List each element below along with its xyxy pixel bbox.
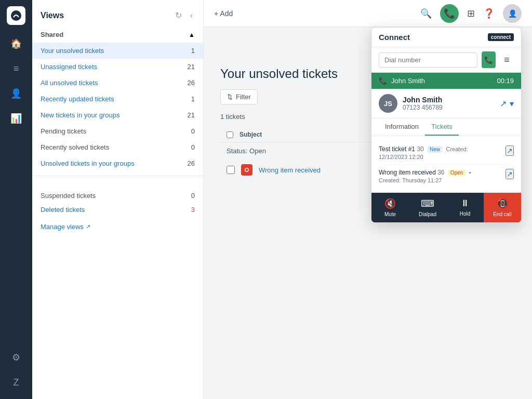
nav-item-count: 1	[191, 95, 195, 103]
mute-button[interactable]: 🔇 Mute	[371, 193, 409, 222]
select-all-checkbox[interactable]	[227, 131, 233, 138]
sidebar-header: Views ↻ ‹	[32, 0, 203, 26]
nav-tickets-icon[interactable]: ≡	[6, 58, 26, 79]
nav-item-your-unsolved[interactable]: Your unsolved tickets 1	[32, 43, 203, 59]
deleted-tickets-item[interactable]: Deleted tickets 3	[41, 203, 195, 217]
end-call-button[interactable]: 📵 End call	[484, 193, 521, 222]
sidebar-divider	[32, 176, 203, 176]
nav-item-label: New tickets in your groups	[41, 111, 119, 119]
avatar[interactable]: 👤	[503, 4, 522, 23]
nav-settings-icon[interactable]: ⚙	[6, 347, 26, 368]
call-popup: Connect connect 📞 ≡ 📞 John Smith 00:19 J…	[371, 27, 522, 223]
nav-item-count: 0	[191, 143, 195, 151]
active-call-bar: 📞 John Smith 00:19	[371, 73, 521, 89]
nav-reports-icon[interactable]: 📊	[6, 108, 26, 129]
popup-ticket-2[interactable]: Wrong item received 36 Open • Created: T…	[379, 165, 514, 188]
help-icon[interactable]: ❓	[483, 8, 495, 19]
topbar-left: + Add	[214, 9, 233, 18]
deleted-count: 3	[191, 206, 195, 214]
popup-header: Connect connect	[371, 28, 521, 47]
ticket-subject[interactable]: Wrong item received	[259, 166, 321, 174]
popup-ticket-info: Test ticket #1 30 New Created: 12/12/202…	[379, 145, 501, 160]
filter-button[interactable]: ⇅ Filter	[220, 89, 258, 104]
external-link-icon: ↗	[86, 223, 90, 230]
dial-row: 📞 ≡	[371, 47, 521, 73]
ticket-checkbox[interactable]	[227, 166, 235, 174]
manage-views-link[interactable]: Manage views ↗	[41, 223, 195, 231]
suspended-label: Suspended tickets	[41, 192, 96, 200]
refresh-button[interactable]: ↻	[173, 8, 184, 22]
search-icon[interactable]: 🔍	[420, 8, 432, 19]
nav-contacts-icon[interactable]: 👤	[6, 83, 26, 104]
end-call-icon: 📵	[497, 198, 508, 209]
left-nav: 🏠 ≡ 👤 📊 ⚙ Z	[0, 0, 32, 399]
popup-ticket-1[interactable]: Test ticket #1 30 New Created: 12/12/202…	[379, 141, 514, 165]
popup-ticket-meta: Created: Thursday 11:27	[379, 177, 501, 183]
nav-item-unassigned[interactable]: Unassigned tickets 21	[32, 59, 203, 75]
popup-ticket-link-2[interactable]: ↗	[506, 169, 514, 179]
active-call-phone-icon: 📞	[379, 77, 387, 85]
open-caller-link-button[interactable]: ↗	[500, 99, 507, 109]
filter-icon: ⇅	[227, 93, 233, 101]
ticket-status-open-badge: Open	[448, 169, 466, 176]
phone-icon[interactable]: 📞	[440, 4, 459, 23]
hold-icon: ⏸	[460, 198, 470, 209]
nav-home-icon[interactable]: 🏠	[6, 33, 26, 54]
nav-item-label: Your unsolved tickets	[41, 47, 104, 55]
nav-item-unsolved-in-groups[interactable]: Unsolved tickets in your groups 26	[32, 155, 203, 171]
caller-dropdown-button[interactable]: ▾	[510, 99, 514, 109]
nav-item-new-in-groups[interactable]: New tickets in your groups 21	[32, 107, 203, 123]
tab-information[interactable]: Information	[379, 118, 425, 136]
ticket-status-open-icon: O	[241, 164, 252, 176]
nav-item-pending[interactable]: Pending tickets 0	[32, 123, 203, 139]
nav-zendesk-icon[interactable]: Z	[6, 372, 26, 393]
collapse-sidebar-button[interactable]: ‹	[188, 8, 195, 22]
active-call-name: 📞 John Smith	[379, 77, 425, 85]
nav-item-count: 21	[188, 63, 195, 71]
subject-column-header: Subject	[240, 131, 262, 138]
call-controls: 🔇 Mute ⌨ Dialpad ⏸ Hold 📵 End call	[371, 193, 521, 222]
deleted-label[interactable]: Deleted tickets	[41, 206, 85, 214]
caller-left: JS John Smith 07123 456789	[379, 94, 443, 113]
topbar: + Add 🔍 📞 ⊞ ❓ 👤	[204, 0, 532, 27]
dialpad-icon: ⌨	[421, 198, 434, 209]
caller-phone: 07123 456789	[403, 104, 443, 111]
dialpad-button[interactable]: ⌨ Dialpad	[409, 193, 446, 222]
nav-item-recently-solved[interactable]: Recently solved tickets 0	[32, 139, 203, 155]
mute-icon: 🔇	[384, 198, 396, 209]
suspended-tickets-item[interactable]: Suspended tickets 0	[41, 189, 195, 203]
add-button[interactable]: + Add	[214, 9, 233, 18]
popup-ticket-link-1[interactable]: ↗	[506, 145, 514, 156]
dial-call-button[interactable]: 📞	[482, 51, 496, 68]
nav-item-all-unsolved[interactable]: All unsolved tickets 26	[32, 75, 203, 91]
app-logo[interactable]	[7, 6, 25, 25]
popup-ticket-meta: 12/12/2023 12:20	[379, 154, 501, 160]
nav-item-label: Pending tickets	[41, 127, 86, 135]
caller-avatar: JS	[379, 94, 397, 113]
tab-tickets[interactable]: Tickets	[425, 118, 459, 136]
shared-section-header: Shared ▲	[32, 26, 203, 43]
nav-item-label: Recently updated tickets	[41, 95, 114, 103]
ticket-status-new-badge: New	[427, 146, 443, 153]
apps-grid-icon[interactable]: ⊞	[467, 8, 475, 19]
nav-item-recently-updated[interactable]: Recently updated tickets 1	[32, 91, 203, 107]
caller-actions: ↗ ▾	[500, 99, 514, 109]
nav-item-label: Unassigned tickets	[41, 63, 97, 71]
dial-number-input[interactable]	[379, 52, 477, 68]
shared-section-title: Shared	[41, 31, 63, 38]
popup-ticket-title: Wrong item received 36 Open •	[379, 169, 501, 176]
popup-ticket-title: Test ticket #1 30 New Created:	[379, 145, 501, 153]
sidebar-actions: ↻ ‹	[173, 8, 195, 22]
suspended-count: 0	[191, 192, 195, 200]
hold-button[interactable]: ⏸ Hold	[446, 193, 484, 222]
nav-item-label: All unsolved tickets	[41, 79, 98, 87]
nav-item-count: 1	[191, 47, 195, 55]
nav-item-label: Unsolved tickets in your groups	[41, 159, 135, 167]
caller-name: John Smith	[403, 96, 443, 104]
topbar-right: 🔍 📞 ⊞ ❓ 👤	[420, 4, 522, 23]
dial-menu-button[interactable]: ≡	[500, 51, 514, 68]
nav-item-label: Recently solved tickets	[41, 143, 109, 151]
popup-tabs: Information Tickets	[371, 118, 521, 136]
nav-item-count: 21	[188, 111, 195, 119]
nav-item-count: 26	[188, 159, 195, 167]
